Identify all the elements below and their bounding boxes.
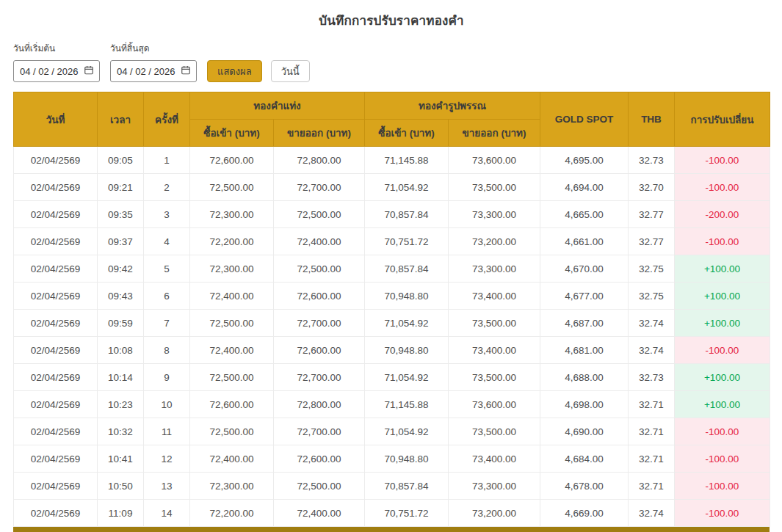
date-cell: 02/04/2569 <box>14 337 98 364</box>
gold-spot-cell: 4,670.00 <box>540 255 629 283</box>
time-cell: 11:09 <box>98 500 144 527</box>
bar-buy-cell: 72,500.00 <box>190 310 274 337</box>
gold-spot-cell: 4,687.00 <box>540 310 629 337</box>
change-cell: -100.00 <box>675 337 770 364</box>
col-header-bar-sell: ขายออก (บาท) <box>274 120 365 147</box>
col-header-bar-buy: ซื้อเข้า (บาท) <box>190 120 274 147</box>
bar-buy-cell: 72,200.00 <box>190 228 274 255</box>
bar-sell-cell: 72,600.00 <box>274 337 365 364</box>
col-header-ornament-sell: ขายออก (บาท) <box>449 120 540 147</box>
bar-buy-cell: 72,600.00 <box>190 391 274 418</box>
bar-sell-cell: 72,500.00 <box>274 201 365 228</box>
calendar-icon[interactable] <box>181 65 191 78</box>
change-cell: -100.00 <box>675 445 770 473</box>
gold-spot-cell: 4,698.00 <box>540 391 629 418</box>
table-row: 02/04/256909:05172,600.0072,800.0071,145… <box>14 147 770 174</box>
table-row: 02/04/256909:37472,200.0072,400.0070,751… <box>14 228 770 255</box>
bar-buy-cell: 72,300.00 <box>190 201 274 228</box>
ornament-sell-cell: 73,500.00 <box>449 364 540 391</box>
bar-sell-cell: 72,400.00 <box>274 228 365 255</box>
bar-sell-cell: 72,800.00 <box>274 391 365 418</box>
time-cell: 09:43 <box>98 283 144 310</box>
start-date-group: วันที่เริ่มต้น 04 / 02 / 2026 <box>13 41 100 82</box>
ornament-buy-cell: 71,054.92 <box>365 418 449 445</box>
gold-price-log-page: บันทึกการปรับราคาทองคำ วันที่เริ่มต้น 04… <box>0 0 782 532</box>
col-header-date: วันที่ <box>14 92 98 147</box>
bar-buy-cell: 72,300.00 <box>190 473 274 500</box>
ornament-sell-cell: 73,300.00 <box>449 201 540 228</box>
thb-cell: 32.71 <box>629 418 675 445</box>
date-cell: 02/04/2569 <box>14 364 98 391</box>
date-cell: 02/04/2569 <box>14 473 98 500</box>
change-cell: +100.00 <box>675 310 770 337</box>
ornament-buy-cell: 70,948.80 <box>365 337 449 364</box>
bar-buy-cell: 72,600.00 <box>190 147 274 174</box>
change-cell: -100.00 <box>675 147 770 174</box>
bar-buy-cell: 72,500.00 <box>190 418 274 445</box>
round-cell: 14 <box>144 500 190 527</box>
date-cell: 02/04/2569 <box>14 391 98 418</box>
round-cell: 1 <box>144 147 190 174</box>
gold-price-table: วันที่ เวลา ครั้งที่ ทองคำแท่ง ทองคำรูปพ… <box>13 92 770 527</box>
time-cell: 10:50 <box>98 473 144 500</box>
col-header-thb: THB <box>629 92 675 147</box>
date-cell: 02/04/2569 <box>14 174 98 201</box>
ornament-sell-cell: 73,400.00 <box>449 283 540 310</box>
gold-spot-cell: 4,681.00 <box>540 337 629 364</box>
gold-spot-cell: 4,695.00 <box>540 147 629 174</box>
table-row: 02/04/256909:43672,400.0072,600.0070,948… <box>14 283 770 310</box>
table-body: 02/04/256909:05172,600.0072,800.0071,145… <box>14 147 770 527</box>
gold-spot-cell: 4,688.00 <box>540 364 629 391</box>
today-button[interactable]: วันนี้ <box>271 60 310 82</box>
time-cell: 10:41 <box>98 445 144 473</box>
gold-spot-cell: 4,665.00 <box>540 201 629 228</box>
change-cell: -100.00 <box>675 500 770 527</box>
ornament-sell-cell: 73,600.00 <box>449 147 540 174</box>
calendar-icon[interactable] <box>84 65 94 78</box>
bar-buy-cell: 72,500.00 <box>190 174 274 201</box>
thb-cell: 32.77 <box>629 228 675 255</box>
thb-cell: 32.71 <box>629 445 675 473</box>
bar-sell-cell: 72,700.00 <box>274 310 365 337</box>
change-cell: +100.00 <box>675 283 770 310</box>
table-row: 02/04/256910:321172,500.0072,700.0071,05… <box>14 418 770 445</box>
bar-sell-cell: 72,700.00 <box>274 418 365 445</box>
round-cell: 8 <box>144 337 190 364</box>
round-cell: 9 <box>144 364 190 391</box>
end-date-input[interactable]: 04 / 02 / 2026 <box>110 60 197 82</box>
ornament-sell-cell: 73,200.00 <box>449 500 540 527</box>
ornament-buy-cell: 70,751.72 <box>365 500 449 527</box>
time-cell: 09:05 <box>98 147 144 174</box>
ornament-sell-cell: 73,500.00 <box>449 174 540 201</box>
ornament-sell-cell: 73,500.00 <box>449 310 540 337</box>
ornament-buy-cell: 70,948.80 <box>365 445 449 473</box>
round-cell: 2 <box>144 174 190 201</box>
col-header-ornament-buy: ซื้อเข้า (บาท) <box>365 120 449 147</box>
date-cell: 02/04/2569 <box>14 500 98 527</box>
table-row: 02/04/256909:42572,300.0072,500.0070,857… <box>14 255 770 283</box>
time-cell: 09:37 <box>98 228 144 255</box>
round-cell: 4 <box>144 228 190 255</box>
bar-sell-cell: 72,500.00 <box>274 255 365 283</box>
round-cell: 13 <box>144 473 190 500</box>
change-cell: -100.00 <box>675 174 770 201</box>
thb-cell: 32.77 <box>629 201 675 228</box>
table-row: 02/04/256909:35372,300.0072,500.0070,857… <box>14 201 770 228</box>
thb-cell: 32.70 <box>629 174 675 201</box>
time-cell: 09:21 <box>98 174 144 201</box>
bar-sell-cell: 72,600.00 <box>274 445 365 473</box>
start-date-input[interactable]: 04 / 02 / 2026 <box>13 60 100 82</box>
show-results-button[interactable]: แสดงผล <box>207 60 262 82</box>
thb-cell: 32.74 <box>629 337 675 364</box>
change-cell: +100.00 <box>675 364 770 391</box>
bar-buy-cell: 72,500.00 <box>190 364 274 391</box>
time-cell: 09:59 <box>98 310 144 337</box>
bar-sell-cell: 72,700.00 <box>274 364 365 391</box>
start-date-value: 04 / 02 / 2026 <box>20 66 79 77</box>
gold-spot-cell: 4,690.00 <box>540 418 629 445</box>
ornament-buy-cell: 71,054.92 <box>365 364 449 391</box>
date-cell: 02/04/2569 <box>14 147 98 174</box>
round-cell: 6 <box>144 283 190 310</box>
ornament-buy-cell: 71,145.88 <box>365 391 449 418</box>
table-row: 02/04/256910:14972,500.0072,700.0071,054… <box>14 364 770 391</box>
